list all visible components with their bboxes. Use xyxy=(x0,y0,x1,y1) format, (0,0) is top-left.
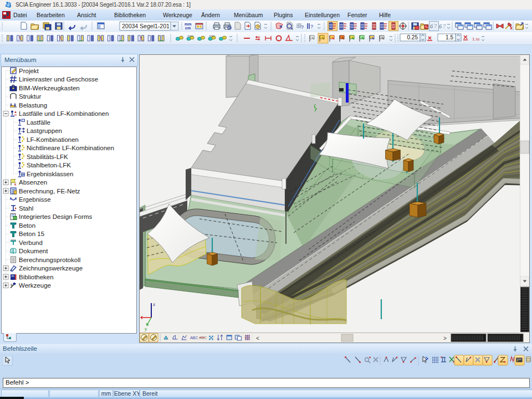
svg-text:LF-Kombinationen: LF-Kombinationen xyxy=(27,136,79,143)
svg-text:Beton: Beton xyxy=(19,222,35,229)
svg-text:ABC: ABC xyxy=(190,336,198,340)
svg-text:Stabilitäts-LFK: Stabilitäts-LFK xyxy=(27,154,68,160)
svg-text:Lastfälle und LF-Kombinationen: Lastfälle und LF-Kombinationen xyxy=(19,110,109,117)
svg-text:Projekt: Projekt xyxy=(19,68,39,74)
svg-text:6: 6 xyxy=(439,23,442,29)
svg-text:BIM-Werkzeugkasten: BIM-Werkzeugkasten xyxy=(19,85,80,91)
svg-text:Absenzen: Absenzen xyxy=(19,179,47,186)
svg-text:Stahl: Stahl xyxy=(19,205,33,212)
svg-text:Ergebnisse: Ergebnisse xyxy=(19,196,51,203)
svg-text:Zeichnungswerkzeuge: Zeichnungswerkzeuge xyxy=(19,265,83,272)
svg-text:Linienraster und Geschosse: Linienraster und Geschosse xyxy=(19,76,98,83)
svg-text:1.5: 1.5 xyxy=(446,34,453,40)
svg-text:?: ? xyxy=(301,24,304,30)
svg-text:Beton 15: Beton 15 xyxy=(19,231,44,237)
svg-text:>: > xyxy=(443,335,447,341)
svg-text:cm: cm xyxy=(185,26,191,30)
svg-text:Integriertes Design Forms: Integriertes Design Forms xyxy=(19,213,93,220)
svg-text:Belastung: Belastung xyxy=(19,102,47,109)
svg-text:Lastfälle: Lastfälle xyxy=(27,119,50,126)
svg-text:Berechnungsprotokoll: Berechnungsprotokoll xyxy=(19,257,80,263)
svg-text:?: ? xyxy=(310,24,313,29)
svg-text:7: 7 xyxy=(443,23,446,29)
svg-text:Ergebnisklassen: Ergebnisklassen xyxy=(27,171,73,177)
svg-text:6: 6 xyxy=(430,23,433,29)
svg-text:Berechnung, FE-Netz: Berechnung, FE-Netz xyxy=(19,188,80,195)
svg-text:y: y xyxy=(145,326,147,331)
svg-text:Dokument: Dokument xyxy=(19,248,48,254)
svg-text:Struktur: Struktur xyxy=(19,93,41,100)
svg-text:Nichtlineare LF-Kombinationen: Nichtlineare LF-Kombinationen xyxy=(27,145,114,151)
svg-text:1.50: 1.50 xyxy=(472,37,480,42)
svg-text:Werkzeuge: Werkzeuge xyxy=(19,282,51,289)
svg-text:Lastgruppen: Lastgruppen xyxy=(27,127,62,134)
svg-text:20034 Segel1-201: 20034 Segel1-201 xyxy=(122,23,170,29)
svg-text:<: < xyxy=(256,335,259,341)
svg-text:Stahlbeton-LFK: Stahlbeton-LFK xyxy=(27,162,71,168)
svg-text:0.25: 0.25 xyxy=(407,34,418,40)
svg-text:mm: mm xyxy=(185,22,191,26)
svg-text:Bibliotheken: Bibliotheken xyxy=(19,274,54,280)
svg-text:z: z xyxy=(153,302,155,307)
svg-text:Verbund: Verbund xyxy=(19,239,43,246)
